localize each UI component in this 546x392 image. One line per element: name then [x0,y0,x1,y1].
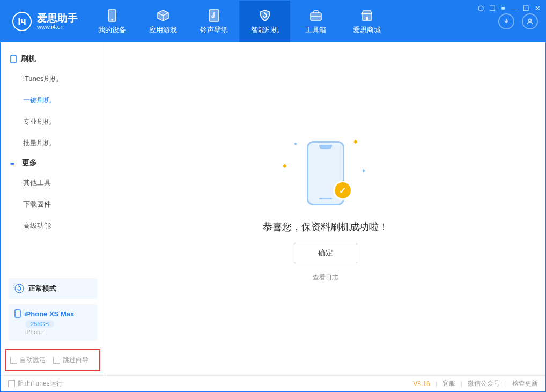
phone-small-icon [10,55,17,63]
device-name: iPhone XS Max [24,310,74,318]
tab-store[interactable]: 爱思商城 [341,1,392,42]
shield-refresh-icon [258,9,272,23]
sidebar-item-onekey-flash[interactable]: 一键刷机 [1,90,105,111]
tab-ringtones[interactable]: 铃声壁纸 [188,1,239,42]
sidebar-item-itunes-flash[interactable]: iTunes刷机 [1,68,105,90]
mode-label: 正常模式 [28,284,56,293]
support-link[interactable]: 客服 [442,379,455,388]
user-button[interactable] [522,13,538,29]
maximize-icon[interactable]: ☐ [523,4,529,12]
lock-icon[interactable]: ☐ [489,4,496,12]
nav-tabs: 我的设备 应用游戏 铃声壁纸 智能刷机 工具箱 爱思商城 [86,1,392,42]
checkbox-label: 阻止iTunes运行 [18,379,63,388]
device-capacity: 256GB [25,320,54,328]
tab-my-device[interactable]: 我的设备 [86,1,137,42]
tab-toolbox[interactable]: 工具箱 [290,1,341,42]
options-box: 自动激活 跳过向导 [5,349,100,371]
checkbox-icon [8,380,15,387]
device-type: iPhone [25,329,91,335]
store-icon [360,9,374,23]
auto-activate-checkbox[interactable]: 自动激活 [10,356,46,365]
svg-point-8 [15,284,24,293]
block-itunes-checkbox[interactable]: 阻止iTunes运行 [8,379,63,388]
app-title: 爱思助手 [37,13,78,24]
svg-rect-3 [311,13,321,20]
tab-flash[interactable]: 智能刷机 [239,1,290,42]
close-icon[interactable]: ✕ [535,4,541,12]
sidebar-item-download-firmware[interactable]: 下载固件 [1,194,105,215]
phone-icon [105,9,119,23]
menu-icon[interactable]: ≡ [501,4,505,12]
tab-label: 工具箱 [305,25,326,35]
section-label: 刷机 [21,54,36,64]
tab-label: 铃声壁纸 [200,25,228,35]
sidebar-item-batch-flash[interactable]: 批量刷机 [1,132,105,154]
svg-point-6 [529,19,532,22]
cube-icon [156,9,170,23]
minimize-icon[interactable]: — [511,4,518,12]
svg-rect-7 [11,55,16,63]
svg-point-1 [112,19,113,20]
tab-label: 爱思商城 [353,25,381,35]
check-update-link[interactable]: 检查更新 [512,379,538,388]
download-button[interactable] [498,13,514,29]
skip-guide-checkbox[interactable]: 跳过向导 [53,356,88,365]
checkbox-icon [53,357,60,364]
tab-label: 应用游戏 [149,25,177,35]
sidebar-item-advanced[interactable]: 高级功能 [1,215,105,236]
svg-rect-5 [366,17,368,20]
logo: iч 爱思助手 www.i4.cn [1,12,86,31]
app-subtitle: www.i4.cn [37,24,78,30]
svg-rect-9 [15,310,20,317]
music-icon [207,9,221,23]
checkbox-label: 自动激活 [20,356,46,365]
window-controls: ⬡ ☐ ≡ — ☐ ✕ [478,4,541,12]
main-content: ✦ ◆ ◆ ✦ ✓ 恭喜您，保资料刷机成功啦！ 确定 查看日志 [105,42,545,375]
version-label: V8.16 [413,380,430,388]
header: iч 爱思助手 www.i4.cn 我的设备 应用游戏 铃声壁纸 智能刷机 工具… [1,1,545,42]
sidebar: 刷机 iTunes刷机 一键刷机 专业刷机 批量刷机 ≡ 更多 其他工具 下载固… [1,42,105,375]
success-message: 恭喜您，保资料刷机成功啦！ [263,220,388,233]
checkbox-label: 跳过向导 [63,356,88,365]
success-illustration: ✦ ◆ ◆ ✦ ✓ [277,136,374,211]
footer: 阻止iTunes运行 V8.16 | 客服 | 微信公众号 | 检查更新 [1,375,545,391]
mode-box[interactable]: 正常模式 [8,278,97,299]
logo-icon: iч [12,12,32,31]
section-label: 更多 [22,158,37,168]
check-icon: ✓ [333,181,352,200]
checkbox-icon [10,357,17,364]
tab-label: 我的设备 [98,25,126,35]
toolbox-icon [309,9,323,23]
sidebar-item-other-tools[interactable]: 其他工具 [1,172,105,194]
ok-button[interactable]: 确定 [294,243,357,263]
view-log-link[interactable]: 查看日志 [313,273,338,282]
tshirt-icon[interactable]: ⬡ [478,4,484,12]
sidebar-section-flash: 刷机 [1,50,105,68]
wechat-link[interactable]: 微信公众号 [468,379,500,388]
hamburger-icon: ≡ [10,159,18,167]
device-box[interactable]: iPhone XS Max 256GB iPhone [8,304,97,341]
tab-label: 智能刷机 [251,25,279,35]
sidebar-section-more: ≡ 更多 [1,154,105,172]
tab-apps[interactable]: 应用游戏 [137,1,188,42]
refresh-icon [14,284,24,293]
device-icon [14,309,21,318]
sidebar-item-pro-flash[interactable]: 专业刷机 [1,111,105,132]
